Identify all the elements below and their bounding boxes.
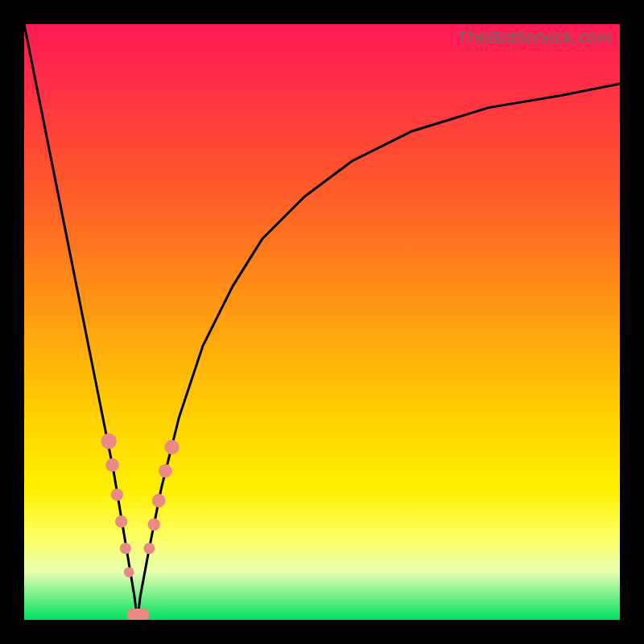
data-marker <box>159 464 172 478</box>
data-marker-pill <box>126 609 149 620</box>
bottleneck-curve <box>24 24 620 620</box>
data-marker <box>120 543 131 554</box>
data-marker <box>101 433 117 449</box>
data-marker <box>148 518 160 530</box>
data-marker <box>111 489 123 501</box>
data-marker <box>143 543 155 554</box>
chart-frame: TheBottleneck.com <box>0 0 644 644</box>
data-marker <box>124 568 134 578</box>
bottleneck-curve-svg <box>24 24 620 620</box>
data-marker <box>115 515 127 527</box>
data-marker <box>105 458 119 472</box>
data-marker <box>152 494 166 508</box>
data-marker <box>164 440 179 454</box>
plot-area: TheBottleneck.com <box>24 24 620 620</box>
